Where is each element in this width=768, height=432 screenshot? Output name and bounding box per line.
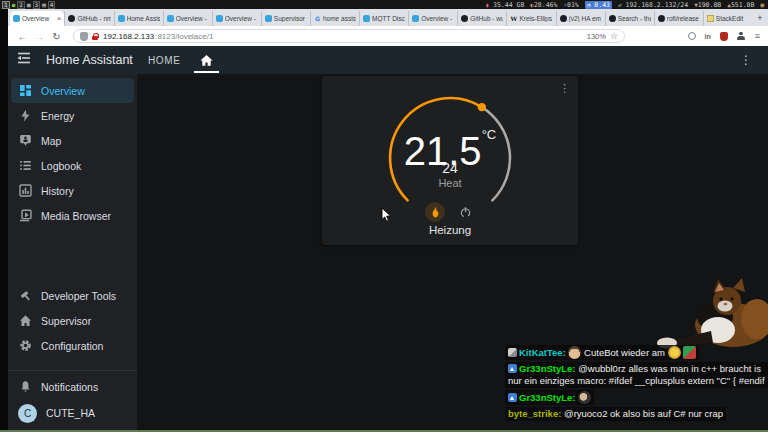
github-favicon (68, 15, 75, 22)
workspace-switcher[interactable]: 1 ● 2 ■ 3 ▤ 4 (2, 1, 55, 9)
browser-profile-icon[interactable] (737, 32, 746, 41)
tab-title: StackEdit (716, 15, 749, 22)
tab-home[interactable]: HOME (148, 55, 180, 66)
google-favicon: G (314, 15, 321, 22)
tray-icon[interactable]: ▦ (760, 1, 764, 8)
tab-title: Overview - (421, 15, 454, 22)
url-host: 192.168.2.133 (103, 32, 154, 41)
github-favicon (658, 15, 665, 22)
thermostat-card[interactable]: ⋮ 21.5°C 24 Heat Heizung (322, 76, 578, 245)
sidebar-toggle-icon[interactable] (16, 50, 32, 70)
power-off-mode-button[interactable] (455, 202, 475, 222)
browser-tab[interactable]: Overview - (212, 11, 261, 26)
sidebar-item-configuration[interactable]: Configuration (8, 333, 137, 358)
lightning-bolt-icon (18, 109, 32, 122)
sidebar-footer-group: Notifications C CUTE_HA (8, 370, 137, 427)
sidebar-item-label: Developer Tools (41, 290, 116, 302)
github-favicon (560, 15, 567, 22)
chat-emote-melon (683, 346, 696, 359)
tab-title: Overview - (225, 15, 258, 22)
sidebar-item-logbook[interactable]: Logbook (8, 153, 137, 178)
profile-name: CUTE_HA (46, 407, 95, 419)
tab-title: GitHub - nm (77, 15, 110, 22)
sidebar-item-developer-tools[interactable]: Developer Tools (8, 283, 137, 308)
linkedin-extension-icon[interactable]: in (705, 33, 711, 40)
download-rate: 190.0B (698, 1, 721, 9)
forward-button[interactable]: → (31, 31, 48, 42)
browser-tab[interactable]: (v2) HA em (556, 11, 605, 26)
tracking-shield-icon[interactable] (80, 32, 88, 41)
tab-title: Overview - (176, 15, 209, 22)
workspace-1[interactable]: 1 (2, 1, 10, 9)
map-person-icon (18, 134, 32, 147)
chat-message: Gr33nStyLe: (505, 390, 594, 405)
chat-username[interactable]: KitKatTee: (519, 347, 566, 358)
reload-button[interactable]: ↻ (48, 31, 65, 42)
chat-username[interactable]: Gr33nStyLe: (519, 392, 576, 403)
browser-tab[interactable]: WKreis-Ellips (506, 11, 555, 26)
chat-text: CuteBot wieder am (584, 347, 665, 358)
tab-title: Supervisor - (274, 15, 307, 22)
sidebar-item-map[interactable]: Map (8, 128, 137, 153)
dashboard-icon (18, 84, 32, 97)
workspace-2[interactable]: 2 (17, 1, 25, 9)
heat-mode-button[interactable] (425, 202, 445, 222)
sidebar-profile[interactable]: C CUTE_HA (8, 399, 137, 427)
browser-menu-icon[interactable]: ≡ (755, 31, 760, 41)
browser-tab[interactable]: rofi/release (654, 11, 703, 26)
browser-tab[interactable]: GitHub - wu (457, 11, 506, 26)
chat-username[interactable]: Gr33nStyLe: (519, 363, 576, 374)
sidebar-item-label: Logbook (41, 160, 81, 172)
sidebar-item-supervisor[interactable]: Supervisor (8, 308, 137, 333)
browser-tab[interactable]: StackEdit (703, 11, 752, 26)
sidebar-item-label: Map (41, 135, 61, 147)
chat-username[interactable]: byte_strike: (508, 408, 561, 419)
browser-tab[interactable]: MQTT Disc (359, 11, 408, 26)
browser-tab[interactable]: GitHub - nm (64, 11, 113, 26)
stackedit-favicon (707, 15, 714, 22)
bookmark-star-icon[interactable]: ☆ (610, 31, 618, 41)
avatar: C (18, 404, 37, 423)
browser-tab[interactable]: Supervisor - (261, 11, 310, 26)
flame-icon (429, 206, 442, 219)
sidebar-item-energy[interactable]: Energy (8, 103, 137, 128)
cat-overlay-image (655, 277, 768, 350)
insecure-lock-icon[interactable] (92, 33, 99, 40)
entity-name[interactable]: Heizung (322, 224, 578, 236)
adblock-shield-icon[interactable] (720, 32, 728, 41)
header-kebab-menu-icon[interactable]: ⋮ (740, 46, 752, 74)
chat-badge-icon (508, 364, 517, 373)
home-assistant-favicon (118, 15, 125, 22)
workspace-3[interactable]: 3 (33, 1, 41, 9)
bell-icon (18, 380, 32, 393)
browser-tab-overview-active[interactable]: Overview × (10, 11, 64, 26)
tab-house-view[interactable] (194, 46, 219, 74)
back-button[interactable]: ← (14, 31, 31, 42)
tab-title: (v2) HA em (569, 15, 602, 22)
sidebar-item-media-browser[interactable]: Media Browser (8, 203, 137, 228)
workspace-4[interactable]: 4 (48, 1, 56, 9)
sidebar-item-history[interactable]: History (8, 178, 137, 203)
browser-tab[interactable]: Search - the (605, 11, 654, 26)
sidebar-item-notifications[interactable]: Notifications (8, 374, 137, 399)
tab-title: rofi/release (667, 15, 700, 22)
chat-emote-facepalm (578, 391, 591, 404)
close-icon[interactable]: × (57, 14, 62, 23)
memory-icon: ▮ (485, 1, 489, 8)
address-bar[interactable]: 192.168.2.133:8123/lovelace/1 130% ☆ (73, 29, 625, 43)
browser-tab[interactable]: Overview - (408, 11, 457, 26)
hammer-icon (18, 289, 32, 302)
page-zoom-level[interactable]: 130% (587, 32, 606, 41)
workspace-2-app-icon: ■ (27, 1, 31, 8)
dial-handle[interactable] (478, 103, 486, 111)
sidebar-item-overview[interactable]: Overview (11, 78, 134, 103)
sidebar-item-label: Configuration (41, 340, 103, 352)
extension-clock-icon[interactable] (688, 32, 696, 40)
extension-icons: in ≡ (688, 31, 761, 41)
new-tab-button[interactable]: + (752, 11, 768, 26)
browser-tab[interactable]: Overview - (163, 11, 212, 26)
browser-tab[interactable]: Home Assis (114, 11, 163, 26)
card-kebab-menu-icon[interactable]: ⋮ (559, 82, 570, 95)
browser-tab[interactable]: Ghome assist (310, 11, 359, 26)
chat-emote-man-face (568, 346, 581, 359)
